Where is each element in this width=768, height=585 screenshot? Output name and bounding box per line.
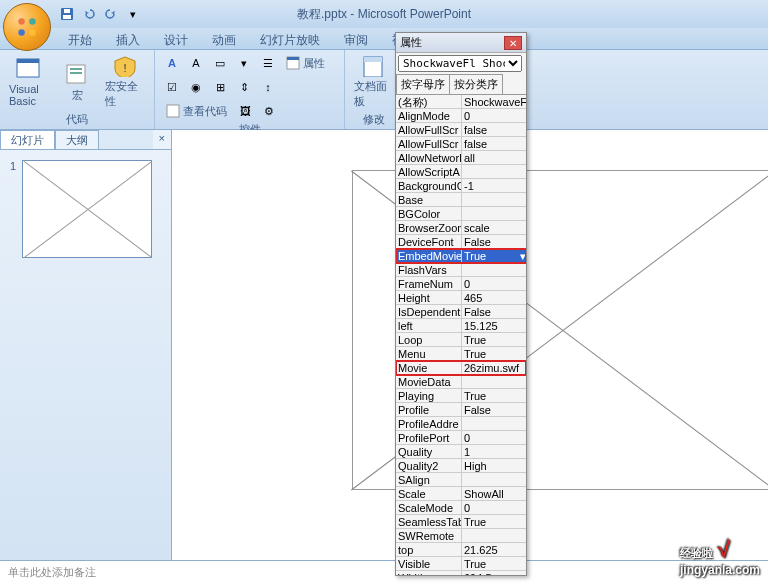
property-value[interactable]: True bbox=[462, 389, 526, 402]
property-row[interactable]: ScaleShowAll bbox=[396, 487, 526, 501]
property-row[interactable]: Quality2High bbox=[396, 459, 526, 473]
property-value[interactable]: ShockwaveFl bbox=[462, 95, 526, 108]
tab-design[interactable]: 设计 bbox=[152, 28, 200, 49]
save-icon[interactable] bbox=[58, 5, 76, 23]
property-row[interactable]: AlignMode0 bbox=[396, 109, 526, 123]
tab-slideshow[interactable]: 幻灯片放映 bbox=[248, 28, 332, 49]
property-value[interactable]: false bbox=[462, 137, 526, 150]
property-row[interactable]: Height465 bbox=[396, 291, 526, 305]
scroll-icon[interactable]: ↕ bbox=[257, 76, 279, 98]
property-value[interactable]: 1 bbox=[462, 445, 526, 458]
property-value[interactable]: True ▾ bbox=[462, 249, 526, 262]
property-value[interactable]: ShowAll bbox=[462, 487, 526, 500]
checkbox-icon[interactable]: ☑ bbox=[161, 76, 183, 98]
property-value[interactable]: False bbox=[462, 305, 526, 318]
property-row[interactable]: PlayingTrue bbox=[396, 389, 526, 403]
property-value[interactable]: scale bbox=[462, 221, 526, 234]
property-row[interactable]: top21.625 bbox=[396, 543, 526, 557]
label-icon[interactable]: A bbox=[185, 52, 207, 74]
macro-button[interactable]: 宏 bbox=[54, 52, 100, 112]
button-icon[interactable]: ▭ bbox=[209, 52, 231, 74]
property-value[interactable]: True bbox=[462, 557, 526, 570]
property-value[interactable] bbox=[462, 263, 526, 276]
more-controls-icon[interactable]: ⚙ bbox=[258, 100, 280, 122]
property-row[interactable]: SeamlessTabbTrue bbox=[396, 515, 526, 529]
property-value[interactable]: 0 bbox=[462, 431, 526, 444]
tab-outline[interactable]: 大纲 bbox=[55, 130, 99, 149]
visual-basic-button[interactable]: Visual Basic bbox=[6, 52, 52, 112]
view-code-button[interactable]: 查看代码 bbox=[161, 100, 232, 122]
property-row[interactable]: SAlign bbox=[396, 473, 526, 487]
property-row[interactable]: FrameNum0 bbox=[396, 277, 526, 291]
dialog-titlebar[interactable]: 属性 ✕ bbox=[396, 33, 526, 53]
slide-thumbnail[interactable] bbox=[22, 160, 152, 258]
property-value[interactable] bbox=[462, 165, 526, 178]
property-row[interactable]: ScaleMode0 bbox=[396, 501, 526, 515]
textbox-icon[interactable]: A bbox=[161, 52, 183, 74]
property-row[interactable]: IsDependentFalse bbox=[396, 305, 526, 319]
property-value[interactable]: 26zimu.swf bbox=[462, 361, 526, 374]
notes-pane[interactable]: 单击此处添加备注 bbox=[0, 560, 768, 585]
property-row[interactable]: ProfileFalse bbox=[396, 403, 526, 417]
listbox-icon[interactable]: ☰ bbox=[257, 52, 279, 74]
property-row[interactable]: Base bbox=[396, 193, 526, 207]
option-icon[interactable]: ◉ bbox=[185, 76, 207, 98]
combobox-icon[interactable]: ▾ bbox=[233, 52, 255, 74]
property-row[interactable]: AllowNetworkall bbox=[396, 151, 526, 165]
property-row[interactable]: LoopTrue bbox=[396, 333, 526, 347]
image-icon[interactable]: 🖼 bbox=[234, 100, 256, 122]
property-row[interactable]: BGColor bbox=[396, 207, 526, 221]
qat-dropdown-icon[interactable]: ▾ bbox=[124, 5, 142, 23]
doc-panel-button[interactable]: 文档面板 bbox=[351, 52, 397, 112]
sort-category-tab[interactable]: 按分类序 bbox=[449, 74, 503, 94]
property-row[interactable]: BackgroundCo-1 bbox=[396, 179, 526, 193]
property-value[interactable]: 465 bbox=[462, 291, 526, 304]
property-row[interactable]: AllowFullScrfalse bbox=[396, 137, 526, 151]
property-row[interactable]: MovieData bbox=[396, 375, 526, 389]
sort-alpha-tab[interactable]: 按字母序 bbox=[396, 74, 450, 94]
property-row[interactable]: AllowScriptA bbox=[396, 165, 526, 179]
property-row[interactable]: EmbedMovieTrue ▾ bbox=[396, 249, 526, 263]
close-pane-icon[interactable]: × bbox=[153, 130, 171, 149]
property-value[interactable]: 0 bbox=[462, 109, 526, 122]
property-row[interactable]: ProfileAddre bbox=[396, 417, 526, 431]
property-row[interactable]: DeviceFontFalse bbox=[396, 235, 526, 249]
tab-home[interactable]: 开始 bbox=[56, 28, 104, 49]
property-row[interactable]: left15.125 bbox=[396, 319, 526, 333]
property-value[interactable]: 15.125 bbox=[462, 319, 526, 332]
property-row[interactable]: MenuTrue bbox=[396, 347, 526, 361]
tab-review[interactable]: 审阅 bbox=[332, 28, 380, 49]
property-value[interactable]: 694.5 bbox=[462, 571, 526, 575]
properties-button[interactable]: 属性 bbox=[281, 52, 330, 74]
toggle-icon[interactable]: ⊞ bbox=[209, 76, 231, 98]
property-value[interactable]: False bbox=[462, 235, 526, 248]
property-value[interactable]: all bbox=[462, 151, 526, 164]
tab-insert[interactable]: 插入 bbox=[104, 28, 152, 49]
property-row[interactable]: BrowserZoomscale bbox=[396, 221, 526, 235]
property-value[interactable]: -1 bbox=[462, 179, 526, 192]
property-value[interactable] bbox=[462, 473, 526, 486]
property-row[interactable]: (名称)ShockwaveFl bbox=[396, 95, 526, 109]
property-row[interactable]: ProfilePort0 bbox=[396, 431, 526, 445]
office-button[interactable] bbox=[3, 3, 51, 51]
property-value[interactable]: 0 bbox=[462, 277, 526, 290]
property-row[interactable]: SWRemote bbox=[396, 529, 526, 543]
property-value[interactable]: High bbox=[462, 459, 526, 472]
property-row[interactable]: Quality1 bbox=[396, 445, 526, 459]
property-value[interactable] bbox=[462, 375, 526, 388]
spin-icon[interactable]: ⇕ bbox=[233, 76, 255, 98]
property-value[interactable]: True bbox=[462, 333, 526, 346]
property-row[interactable]: AllowFullScrfalse bbox=[396, 123, 526, 137]
property-value[interactable]: 21.625 bbox=[462, 543, 526, 556]
property-value[interactable]: True bbox=[462, 515, 526, 528]
property-value[interactable]: False bbox=[462, 403, 526, 416]
property-row[interactable]: VisibleTrue bbox=[396, 557, 526, 571]
undo-icon[interactable] bbox=[80, 5, 98, 23]
close-icon[interactable]: ✕ bbox=[504, 36, 522, 50]
macro-security-button[interactable]: ! 宏安全性 bbox=[102, 52, 148, 112]
property-value[interactable] bbox=[462, 207, 526, 220]
property-value[interactable] bbox=[462, 529, 526, 542]
tab-anim[interactable]: 动画 bbox=[200, 28, 248, 49]
property-row[interactable]: Movie26zimu.swf bbox=[396, 361, 526, 375]
property-value[interactable] bbox=[462, 417, 526, 430]
